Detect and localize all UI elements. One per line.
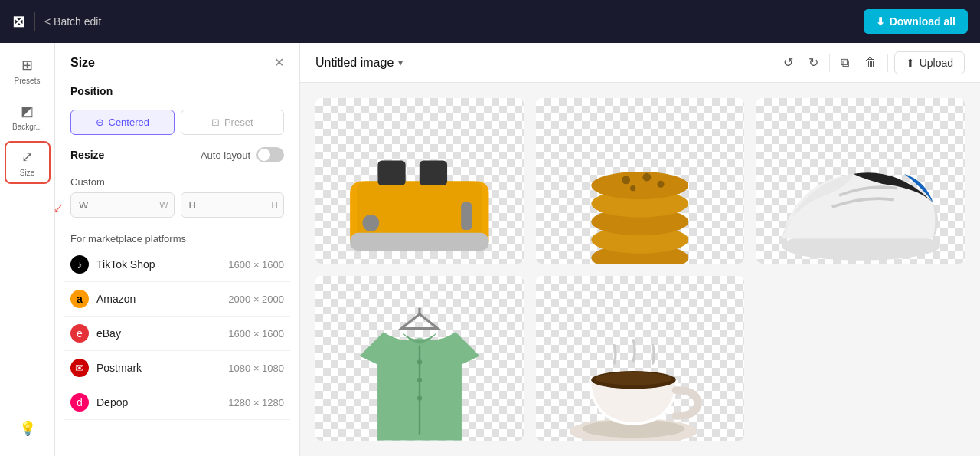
image-card-5[interactable] <box>536 276 744 441</box>
sidebar-item-presets[interactable]: ⊞ Presets <box>5 49 51 92</box>
content-title-row[interactable]: Untitled image ▾ <box>315 56 403 70</box>
panel-header: Size ✕ <box>55 43 299 79</box>
topbar: ⊠ < Batch edit ⬇ Download all <box>0 0 980 43</box>
content-area: Untitled image ▾ ↺ ↻ ⧉ 🗑 ⬆ Upload <box>300 43 980 456</box>
cookies-svg <box>557 119 724 263</box>
image-card-2[interactable]: 02-Shopee 1080 × 1080px <box>536 98 744 264</box>
back-button[interactable]: < Batch edit <box>44 15 101 28</box>
depop-name: Depop <box>96 396 220 408</box>
height-input[interactable] <box>181 192 285 218</box>
topbar-divider <box>34 12 35 31</box>
svg-rect-5 <box>461 202 472 230</box>
width-input[interactable] <box>70 192 175 218</box>
height-input-wrap: H <box>181 192 285 218</box>
svg-point-11 <box>592 172 689 199</box>
auto-layout-label: Auto layout <box>201 149 250 161</box>
dimension-inputs: W H <box>55 192 299 227</box>
chevron-down-icon: ▾ <box>398 57 403 68</box>
auto-layout-row: Auto layout <box>201 147 284 162</box>
resize-section: Resize Auto layout <box>55 141 299 176</box>
topbar-left: ⊠ < Batch edit <box>12 12 101 31</box>
centered-icon: ⊕ <box>96 116 104 128</box>
marketplace-item-postmark[interactable]: ✉ Postmark 1080 × 1080 <box>64 351 290 385</box>
content-header: Untitled image ▾ ↺ ↻ ⧉ 🗑 ⬆ Upload <box>300 43 980 83</box>
svg-point-21 <box>417 395 422 400</box>
size-icon: ⤢ <box>21 149 33 166</box>
svg-rect-3 <box>378 161 406 186</box>
download-label: Download all <box>890 15 956 28</box>
marketplace-item-tiktok[interactable]: ♪ TikTok Shop 1600 × 1600 <box>64 248 290 282</box>
upload-label: Upload <box>920 57 953 69</box>
background-label: Backgr... <box>12 123 42 131</box>
image-preview-4 <box>315 276 524 441</box>
image-card-3[interactable]: 03-Shopee 1080 × 1080px <box>756 98 965 264</box>
tiktok-size: 1600 × 1600 <box>228 259 284 271</box>
depop-icon: d <box>70 393 89 412</box>
delete-button[interactable]: 🗑 <box>860 51 881 74</box>
panel-close-button[interactable]: ✕ <box>274 55 284 70</box>
auto-layout-toggle[interactable] <box>256 147 284 162</box>
sneaker-svg <box>767 109 955 264</box>
toaster-svg <box>336 119 503 263</box>
depop-size: 1280 × 1280 <box>228 397 284 408</box>
main-layout: ⊞ Presets ◩ Backgr... ⤢ Size 💡 Size ✕ Po… <box>0 43 980 456</box>
postmark-icon: ✉ <box>70 359 89 377</box>
width-label: W <box>159 200 168 211</box>
resize-label: Resize <box>70 149 104 161</box>
ebay-size: 1600 × 1600 <box>228 328 284 340</box>
preset-label: Preset <box>224 116 253 128</box>
actions-divider <box>829 54 830 72</box>
duplicate-button[interactable]: ⧉ <box>836 51 854 74</box>
svg-point-12 <box>622 176 630 185</box>
panel-title: Size <box>70 56 95 70</box>
shirt-svg <box>341 302 498 441</box>
app-logo: ⊠ <box>12 12 25 31</box>
svg-point-15 <box>630 185 635 191</box>
svg-point-13 <box>643 173 652 182</box>
content-actions: ↺ ↻ ⧉ 🗑 ⬆ Upload <box>779 51 965 74</box>
svg-point-14 <box>658 181 665 188</box>
tiktok-name: TikTok Shop <box>96 258 220 271</box>
sidebar-item-background[interactable]: ◩ Backgr... <box>5 95 51 138</box>
image-preview-5 <box>536 276 744 441</box>
content-title: Untitled image <box>315 56 394 70</box>
background-icon: ◩ <box>21 103 34 120</box>
centered-label: Centered <box>109 116 149 128</box>
postmark-size: 1080 × 1080 <box>228 363 284 374</box>
actions-divider2 <box>887 54 888 72</box>
svg-rect-4 <box>420 161 447 186</box>
image-preview-2 <box>536 98 744 264</box>
image-preview-1 <box>315 98 524 264</box>
marketplace-item-ebay[interactable]: e eBay 1600 × 1600 <box>64 317 290 351</box>
svg-point-19 <box>417 359 422 364</box>
image-preview-3 <box>756 98 965 264</box>
svg-point-6 <box>363 215 380 231</box>
marketplace-list: ♪ TikTok Shop 1600 × 1600 a Amazon 2000 … <box>55 248 299 420</box>
upload-button[interactable]: ⬆ Upload <box>894 51 965 74</box>
undo-button[interactable]: ↺ <box>779 51 798 74</box>
presets-icon: ⊞ <box>21 57 33 74</box>
centered-button[interactable]: ⊕ Centered <box>70 110 175 135</box>
position-buttons: ⊕ Centered ⊡ Preset <box>55 103 299 141</box>
sidebar-item-size[interactable]: ⤢ Size <box>5 141 51 184</box>
tiktok-icon: ♪ <box>70 255 89 274</box>
redo-button[interactable]: ↻ <box>804 51 823 74</box>
preset-button[interactable]: ⊡ Preset <box>181 110 285 135</box>
marketplace-section-title: For marketplace platforms <box>55 227 299 248</box>
custom-label: Custom <box>55 176 299 192</box>
ebay-name: eBay <box>96 327 220 340</box>
tips-button[interactable]: 💡 <box>5 407 51 450</box>
svg-point-20 <box>417 377 422 382</box>
image-card-4[interactable] <box>315 276 524 441</box>
amazon-name: Amazon <box>96 293 220 305</box>
download-all-button[interactable]: ⬇ Download all <box>864 9 968 34</box>
preset-icon: ⊡ <box>211 116 220 128</box>
resize-row: Resize Auto layout <box>70 147 284 162</box>
image-card-1[interactable]: 01-Shopee 1080 × 1080px <box>315 98 524 264</box>
postmark-name: Postmark <box>96 362 220 374</box>
marketplace-item-amazon[interactable]: a Amazon 2000 × 2000 <box>64 282 290 317</box>
marketplace-item-depop[interactable]: d Depop 1280 × 1280 <box>64 385 290 420</box>
svg-rect-2 <box>350 233 488 251</box>
image-grid: 01-Shopee 1080 × 1080px <box>300 83 980 456</box>
back-label: < Batch edit <box>44 15 101 28</box>
